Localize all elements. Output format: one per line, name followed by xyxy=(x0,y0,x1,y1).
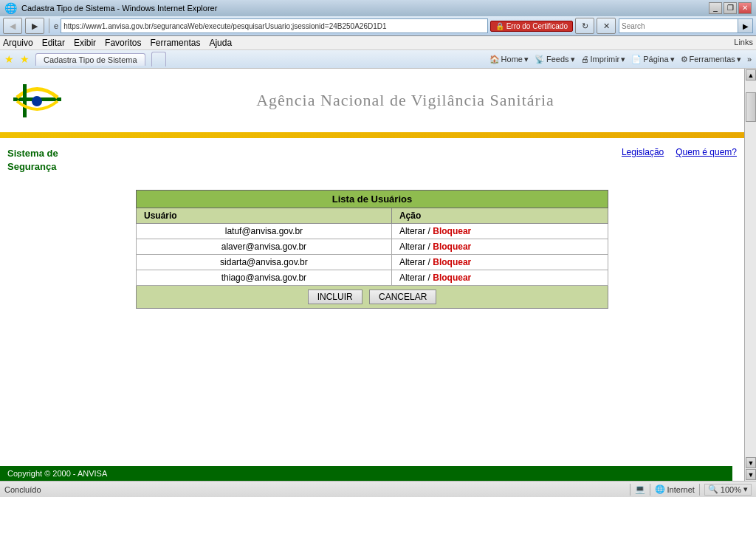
toolbar-actions: 🏠 Home ▾ 📡 Feeds ▾ 🖨 Imprimir ▾ 📄 Página… xyxy=(489,55,752,64)
new-tab-button[interactable] xyxy=(151,52,166,66)
svg-rect-1 xyxy=(23,84,27,117)
menu-bar: Arquivo Editar Exibir Favoritos Ferramen… xyxy=(0,36,756,50)
browser-tab[interactable]: Cadastra Tipo de Sistema xyxy=(35,53,145,66)
menu-exibir[interactable]: Exibir xyxy=(74,38,96,48)
ie-icon: 🌐 xyxy=(4,2,17,14)
page-button[interactable]: 📄 Página ▾ xyxy=(631,55,674,64)
feeds-button[interactable]: 📡 Feeds ▾ xyxy=(535,55,575,64)
main-content: Sistema deSegurança Legislação Quem é qu… xyxy=(0,138,744,434)
status-bar: Concluído 💻 🌐 Internet 🔍 100% ▾ xyxy=(0,481,756,497)
page-icon: 📄 xyxy=(631,55,642,64)
window-controls: _ ❐ ✕ xyxy=(709,2,752,14)
zoom-indicator[interactable]: 🔍 100% ▾ xyxy=(704,484,752,496)
home-button[interactable]: 🏠 Home ▾ xyxy=(489,55,529,64)
menu-ajuda[interactable]: Ajuda xyxy=(209,38,232,48)
home-icon: 🏠 xyxy=(489,55,500,64)
users-tbody: latuf@anvisa.gov.brAlterar / Bloquearala… xyxy=(137,224,608,286)
scroll-down-button[interactable]: ▼ xyxy=(746,457,756,468)
navigation-toolbar: ◀ ▶ e 🔒 Erro do Certificado ↻ ✕ ▶ xyxy=(0,16,756,36)
print-button[interactable]: 🖨 Imprimir ▾ xyxy=(581,55,626,64)
anvisa-logo xyxy=(10,77,65,125)
logo-box xyxy=(7,75,66,126)
agency-title: Agência Nacional de Vigilância Sanitária xyxy=(74,91,737,110)
scroll-bottom-button[interactable]: ▼ xyxy=(746,469,756,480)
browser-content: ▲ ▼ ▼ Agên xyxy=(0,69,756,481)
top-links: Legislação Quem é quem? xyxy=(622,147,737,157)
table-header-row: Usuário Ação xyxy=(137,208,608,224)
menu-favoritos[interactable]: Favoritos xyxy=(105,38,141,48)
internet-icon-box: 🌐 Internet xyxy=(655,484,695,494)
table-row: thiago@anvisa.gov.brAlterar / Bloquear xyxy=(137,270,608,286)
alterar-link[interactable]: Alterar xyxy=(399,273,425,283)
status-divider-1 xyxy=(630,484,630,496)
address-bar: e 🔒 Erro do Certificado ↻ ✕ xyxy=(54,18,616,34)
back-button[interactable]: ◀ xyxy=(3,18,22,34)
menu-arquivo[interactable]: Arquivo xyxy=(3,38,33,48)
menu-editar[interactable]: Editar xyxy=(42,38,65,48)
forward-button[interactable]: ▶ xyxy=(25,18,44,34)
status-divider-2 xyxy=(650,484,650,496)
internet-icon: 🌐 xyxy=(655,484,665,494)
alterar-link[interactable]: Alterar xyxy=(399,242,425,252)
table-row: sidarta@anvisa.gov.brAlterar / Bloquear xyxy=(137,255,608,270)
user-email-cell: alaver@anvisa.gov.br xyxy=(137,239,392,255)
action-cell: Alterar / Bloquear xyxy=(391,239,608,255)
chevron-right-button[interactable]: » xyxy=(747,55,752,64)
computer-icon-box: 💻 xyxy=(635,484,645,494)
scroll-up-button[interactable]: ▲ xyxy=(746,69,756,81)
page-header: Agência Nacional de Vigilância Sanitária xyxy=(0,69,744,132)
menu-ferramentas[interactable]: Ferramentas xyxy=(150,38,200,48)
bloquear-link[interactable]: Bloquear xyxy=(433,257,471,267)
feeds-icon: 📡 xyxy=(535,55,545,64)
window-title: Cadastra Tipo de Sistema - Windows Inter… xyxy=(21,4,217,13)
cert-error-icon: 🔒 xyxy=(495,22,504,30)
search-input[interactable] xyxy=(619,19,738,32)
status-right: 💻 🌐 Internet 🔍 100% ▾ xyxy=(630,484,752,496)
minimize-button[interactable]: _ xyxy=(709,2,722,14)
users-table: Lista de Usuários Usuário Ação latuf@anv… xyxy=(136,190,608,309)
alterar-link[interactable]: Alterar xyxy=(399,257,425,267)
scroll-thumb[interactable] xyxy=(746,92,756,122)
page-content: Agência Nacional de Vigilância Sanitária… xyxy=(0,69,744,481)
bloquear-link[interactable]: Bloquear xyxy=(433,242,471,252)
tools-icon: ⚙ xyxy=(681,55,688,64)
close-button[interactable]: ✕ xyxy=(738,2,752,14)
zoom-icon: 🔍 xyxy=(708,484,718,494)
header-usuario: Usuário xyxy=(137,208,392,224)
status-text: Concluído xyxy=(4,485,627,494)
bloquear-link[interactable]: Bloquear xyxy=(433,273,471,283)
internet-label: Internet xyxy=(667,485,695,494)
legislacao-link[interactable]: Legislação xyxy=(622,147,664,157)
header-acao: Ação xyxy=(391,208,608,224)
zoom-level: 100% xyxy=(721,485,741,494)
address-input[interactable] xyxy=(61,18,488,33)
user-email-cell: thiago@anvisa.gov.br xyxy=(137,270,392,286)
search-go-button[interactable]: ▶ xyxy=(738,19,752,32)
incluir-button[interactable]: INCLUIR xyxy=(308,290,362,304)
gold-bar xyxy=(0,132,744,138)
cert-error-button[interactable]: 🔒 Erro do Certificado xyxy=(490,21,573,32)
title-bar: 🌐 Cadastra Tipo de Sistema - Windows Int… xyxy=(0,0,756,16)
favorites-add-icon: ★ xyxy=(20,53,30,65)
user-email-cell: latuf@anvisa.gov.br xyxy=(137,224,392,239)
favorites-star-icon: ★ xyxy=(4,53,14,65)
quem-e-quem-link[interactable]: Quem é quem? xyxy=(676,147,737,157)
action-cell: Alterar / Bloquear xyxy=(391,255,608,270)
user-email-cell: sidarta@anvisa.gov.br xyxy=(137,255,392,270)
tools-button[interactable]: ⚙ Ferramentas ▾ xyxy=(681,55,741,64)
action-cell: Alterar / Bloquear xyxy=(391,270,608,286)
svg-point-2 xyxy=(32,96,42,106)
alterar-link[interactable]: Alterar xyxy=(399,226,425,236)
table-title-row: Lista de Usuários xyxy=(137,191,608,208)
cancelar-button[interactable]: CANCELAR xyxy=(369,290,436,304)
bloquear-link[interactable]: Bloquear xyxy=(433,226,471,236)
zoom-chevron: ▾ xyxy=(743,484,748,494)
restore-button[interactable]: ❐ xyxy=(724,2,737,14)
action-separator: / xyxy=(425,257,433,267)
action-separator: / xyxy=(425,242,433,252)
refresh-button[interactable]: ↻ xyxy=(575,18,594,34)
stop-button[interactable]: ✕ xyxy=(597,18,616,34)
scrollbar[interactable]: ▲ ▼ ▼ xyxy=(744,69,756,481)
action-separator: / xyxy=(425,226,433,236)
status-divider-3 xyxy=(699,484,700,496)
